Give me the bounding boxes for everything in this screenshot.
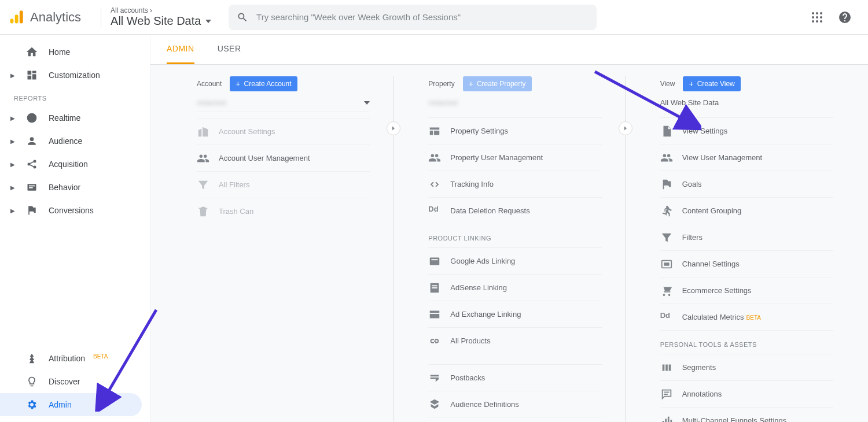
svg-point-4 [816,12,818,14]
home-icon [25,46,38,58]
dd-icon: Dd [428,205,441,217]
layout-icon [428,125,441,138]
data-deletion-link[interactable]: DdData Deletion Requests [428,197,601,224]
property-user-mgmt-link[interactable]: Property User Management [428,144,601,171]
property-settings-link[interactable]: Property Settings [428,117,601,144]
annotations-link[interactable]: Annotations [660,380,833,407]
sidebar-item-realtime[interactable]: ▶ Realtime [0,106,150,129]
link-label: Annotations [682,390,722,398]
svg-point-10 [816,20,818,23]
view-user-mgmt-link[interactable]: View User Management [660,144,833,171]
sidebar-item-label: Realtime [49,113,80,123]
view-selector-dropdown[interactable]: All Web Site Data [660,96,833,112]
svg-rect-0 [10,18,14,23]
adsense-linking-link[interactable]: AdSense Linking [428,274,601,301]
svg-point-6 [812,16,814,18]
sidebar-item-customization[interactable]: ▶ Customization [0,64,150,87]
beta-badge: BETA [93,353,108,360]
link-label: Ad Exchange Linking [450,310,521,319]
segments-icon [660,361,673,374]
sidebar-item-discover[interactable]: Discover [0,370,150,393]
person-icon [25,135,38,147]
ecommerce-settings-link[interactable]: Ecommerce Settings [660,277,833,303]
account-selector-dropdown[interactable]: redacted [197,96,370,112]
link-label: Account Settings [219,127,275,136]
link-label: Segments [682,363,716,372]
link-label: View User Management [682,153,763,162]
lightbulb-icon [25,375,38,388]
mcf-settings-link[interactable]: Multi-Channel Funnels Settings [660,407,833,422]
product-name: Analytics [30,10,81,25]
column-title: View [660,80,675,88]
search-bar[interactable] [229,5,597,30]
view-settings-link[interactable]: View Settings [660,117,833,144]
channel-settings-link[interactable]: Channel Settings [660,250,833,277]
google-ads-linking-link[interactable]: Google Ads Linking [428,247,601,274]
account-settings-link[interactable]: Account Settings [197,118,370,145]
all-products-link[interactable]: All Products [428,327,601,354]
sidebar-item-label: Conversions [49,206,94,215]
collapse-view-button[interactable] [619,121,632,135]
content-grouping-link[interactable]: Content Grouping [660,197,833,224]
logo[interactable]: Analytics [8,9,91,25]
search-input[interactable] [256,12,589,22]
account-user-mgmt-link[interactable]: Account User Management [197,145,370,171]
apps-icon[interactable] [810,10,824,24]
sidebar-item-label: Attribution [49,354,85,363]
flag-icon [25,204,38,217]
tracking-info-link[interactable]: Tracking Info [428,171,601,197]
button-label: Create View [697,80,735,88]
account-current: All Web Site Data [111,14,220,28]
audience-definitions-link[interactable]: Audience Definitions [428,391,601,417]
sidebar-item-home[interactable]: ▶ Home [0,40,150,64]
postbacks-link[interactable]: Postbacks [428,364,601,391]
link-label: All Products [450,336,490,345]
svg-rect-14 [32,74,36,79]
cart-icon [660,284,673,297]
sidebar-item-conversions[interactable]: ▶ Conversions [0,199,150,222]
segments-link[interactable]: Segments [660,354,833,380]
arrow-right-icon [622,125,629,132]
help-icon[interactable] [838,10,852,24]
clock-icon [25,112,38,124]
goals-link[interactable]: Goals [660,171,833,197]
sidebar-item-attribution[interactable]: Attribution BETA [0,347,150,370]
share-icon [25,158,38,171]
people-icon [197,152,209,165]
link-label: Data Deletion Requests [450,206,529,215]
property-selector-dropdown[interactable]: redacted [428,96,601,112]
calculated-metrics-link[interactable]: DdCalculated MetricsBETA [660,303,833,330]
svg-point-8 [820,16,822,18]
link-label: Goals [682,180,702,188]
account-selector[interactable]: All accounts All Web Site Data [111,6,220,28]
sidebar-item-label: Audience [49,136,82,146]
svg-rect-29 [664,262,669,266]
filter-icon [197,179,209,191]
link-label: Multi-Channel Funnels Settings [682,416,787,422]
ad-exchange-linking-link[interactable]: Ad Exchange Linking [428,301,601,327]
channel-icon [660,258,673,271]
sidebar-item-audience[interactable]: ▶ Audience [0,129,150,153]
people-icon [428,151,441,164]
ads-icon [428,255,441,268]
person-run-icon [660,205,673,217]
sidebar-item-acquisition[interactable]: ▶ Acquisition [0,153,150,176]
collapse-property-button[interactable] [387,121,400,135]
trash-can-link[interactable]: Trash Can [197,198,370,224]
create-property-button[interactable]: +Create Property [463,76,532,91]
all-filters-link[interactable]: All Filters [197,171,370,198]
tab-admin[interactable]: ADMIN [167,35,194,64]
view-filters-link[interactable]: Filters [660,224,833,250]
tab-user[interactable]: USER [218,35,241,64]
create-account-button[interactable]: +Create Account [230,76,297,91]
sidebar: ▶ Home ▶ Customization REPORTS ▶ Realtim… [0,35,150,422]
svg-rect-2 [20,10,23,23]
svg-rect-26 [432,287,437,288]
svg-rect-20 [29,186,35,187]
link-label: All Filters [219,180,249,189]
create-view-button[interactable]: +Create View [683,76,740,91]
sidebar-item-behavior[interactable]: ▶ Behavior [0,176,150,199]
gear-icon [25,398,38,411]
sidebar-item-admin[interactable]: Admin [0,393,142,416]
svg-point-17 [34,160,36,163]
